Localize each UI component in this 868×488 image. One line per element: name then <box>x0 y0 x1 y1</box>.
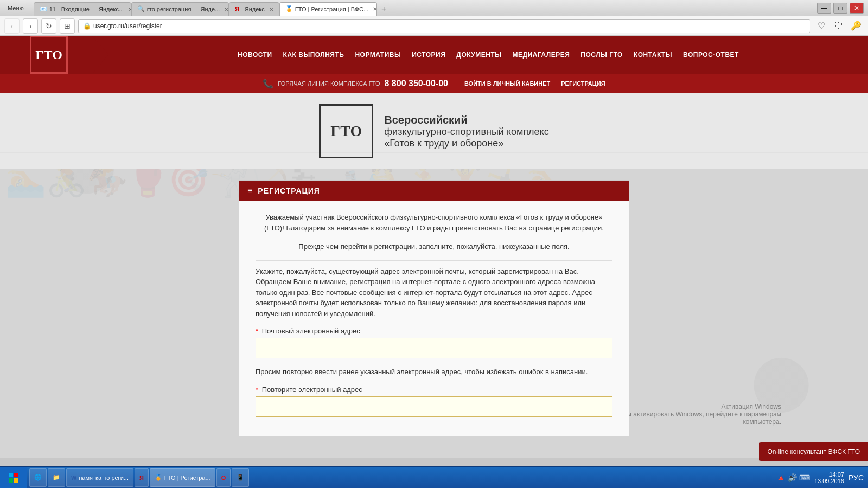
maximize-button[interactable]: □ <box>833 3 847 14</box>
repeat-instruction: Просим повторно ввести ранее указанный э… <box>256 367 612 377</box>
form-body: Уважаемый участник Всероссийского физкул… <box>239 201 629 436</box>
address-box[interactable]: 🔒 user.gto.ru/user/register <box>78 19 810 33</box>
nav-news[interactable]: НОВОСТИ <box>238 51 272 59</box>
tab-4[interactable]: 🏅 ГТО | Регистрация | ВФС... ✕ <box>279 2 377 16</box>
auth-links: ВОЙТИ В ЛИЧНЫЙ КАБИНЕТ РЕГИСТРАЦИЯ <box>464 80 605 87</box>
tab-1[interactable]: 📧 11 - Входящие — Яндекс... ✕ <box>34 2 131 16</box>
start-button[interactable] <box>0 467 27 489</box>
form-header: ≡ РЕГИСТРАЦИЯ <box>239 181 629 201</box>
tab-4-icon: 🏅 <box>285 5 293 13</box>
volume-icon: 🔊 <box>788 473 797 482</box>
new-tab-button[interactable]: + <box>377 2 391 16</box>
repeat-label-text: Повторите электронный адрес <box>262 386 362 394</box>
banner-line2: физкультурно-спортивный комплекс <box>384 126 548 138</box>
gto-tab-icon: 🏅 <box>155 474 162 481</box>
taskbar-opera-button[interactable]: O <box>216 468 231 487</box>
nav-how[interactable]: КАК ВЫПОЛНЯТЬ <box>283 51 344 59</box>
taskbar: 🌐 📁 W памятка по реги... Я 🏅 ГТО | Регис… <box>0 466 868 488</box>
banner-text: Всероссийский физкультурно-спортивный ко… <box>384 114 548 149</box>
home-button[interactable]: ⊞ <box>60 18 75 34</box>
taskbar-word-button[interactable]: W памятка по реги... <box>66 468 133 487</box>
tab-strip: 📧 11 - Входящие — Яндекс... ✕ 🔍 гто реги… <box>34 0 815 16</box>
titlebar: Меню 📧 11 - Входящие — Яндекс... ✕ 🔍 гто… <box>0 0 868 16</box>
phone-label: ГОРЯЧАЯ ЛИНИЯ КОМПЛЕКСА ГТО <box>278 80 380 87</box>
tab-3-close[interactable]: ✕ <box>269 7 273 12</box>
email-instruction: Укажите, пожалуйста, существующий адрес … <box>256 266 612 319</box>
logo-box: ГТО <box>30 36 68 74</box>
nav-documents[interactable]: ДОКУМЕНТЫ <box>456 51 501 59</box>
yandex-icon: Я <box>139 474 144 481</box>
email-input[interactable] <box>256 338 612 358</box>
phone-area: 📞 ГОРЯЧАЯ ЛИНИЯ КОМПЛЕКСА ГТО 8 800 350-… <box>263 79 448 89</box>
taskbar-explorer-button[interactable]: 📁 <box>48 468 65 487</box>
close-button[interactable]: ✕ <box>850 3 864 14</box>
sub-header: 📞 ГОРЯЧАЯ ЛИНИЯ КОМПЛЕКСА ГТО 8 800 350-… <box>0 74 868 93</box>
extension-icon-2[interactable]: 🔑 <box>848 18 864 34</box>
tab-2-icon: 🔍 <box>137 5 145 13</box>
clock-date: 13.09.2016 <box>814 478 844 484</box>
forward-button[interactable]: › <box>23 18 38 34</box>
system-clock[interactable]: 14:07 13.09.2016 <box>814 471 844 484</box>
tab-4-close[interactable]: ✕ <box>373 6 377 12</box>
tab-2-label: гто регистрация — Янде... <box>147 6 220 12</box>
lock-icon: 🔒 <box>83 22 91 30</box>
network-icon: 🔺 <box>776 473 786 482</box>
nav-contacts[interactable]: КОНТАКТЫ <box>634 51 672 59</box>
register-link[interactable]: РЕГИСТРАЦИЯ <box>561 80 605 87</box>
emblem-text: ГТО <box>330 123 362 140</box>
banner-line1: Всероссийский <box>384 114 548 126</box>
taskbar-viber-button[interactable]: 📱 <box>232 468 249 487</box>
logo-area: ГТО <box>0 36 108 74</box>
back-button[interactable]: ‹ <box>4 18 20 34</box>
nav-qa[interactable]: ВОПРОС-ОТВЕТ <box>683 51 739 59</box>
main-navigation: НОВОСТИ КАК ВЫПОЛНЯТЬ НОРМАТИВЫ ИСТОРИЯ … <box>108 36 868 74</box>
opera-icon: O <box>221 474 226 481</box>
svg-rect-3 <box>14 478 18 483</box>
page-content: ГТО НОВОСТИ КАК ВЫПОЛНЯТЬ НОРМАТИВЫ ИСТО… <box>0 36 868 466</box>
email-label-text: Почтовый электронный адрес <box>262 327 360 335</box>
taskbar-gto-button[interactable]: 🏅 ГТО | Регистра... <box>150 468 215 487</box>
tab-4-label: ГТО | Регистрация | ВФС... <box>295 6 368 12</box>
nav-norms[interactable]: НОРМАТИВЫ <box>355 51 401 59</box>
taskbar-right: 🔺 🔊 ⌨ 14:07 13.09.2016 РУС <box>772 467 868 489</box>
phone-icon: 📞 <box>263 79 273 89</box>
banner-line3: «Готов к труду и обороне» <box>384 138 548 149</box>
language-indicator[interactable]: РУС <box>848 473 864 482</box>
form-header-icon: ≡ <box>247 186 252 196</box>
svg-rect-2 <box>9 478 13 483</box>
site-header: ГТО НОВОСТИ КАК ВЫПОЛНЯТЬ НОРМАТИВЫ ИСТО… <box>0 36 868 74</box>
emblem: ГТО <box>319 104 373 158</box>
login-link[interactable]: ВОЙТИ В ЛИЧНЫЙ КАБИНЕТ <box>464 80 550 87</box>
form-header-title: РЕГИСТРАЦИЯ <box>258 187 320 195</box>
tab-1-close[interactable]: ✕ <box>128 7 131 12</box>
browser-window: Меню 📧 11 - Входящие — Яндекс... ✕ 🔍 гто… <box>0 0 868 466</box>
tab-2[interactable]: 🔍 гто регистрация — Янде... ✕ <box>131 2 229 16</box>
tab-2-close[interactable]: ✕ <box>224 7 228 12</box>
phone-number: 8 800 350-00-00 <box>385 79 448 88</box>
tab-1-icon: 📧 <box>40 5 47 13</box>
repeat-email-input[interactable] <box>256 396 612 417</box>
minimize-button[interactable]: — <box>817 3 831 14</box>
repeat-required-star: * <box>256 386 258 394</box>
repeat-email-label: * Повторите электронный адрес <box>256 386 612 394</box>
online-chat-button[interactable]: On-line консультант ВФСК ГТО <box>759 442 868 461</box>
tab-3[interactable]: Я Яндекс ✕ <box>229 2 279 16</box>
favorites-icon[interactable]: ♡ <box>814 18 829 34</box>
refresh-button[interactable]: ↻ <box>41 18 56 34</box>
nav-ambassadors[interactable]: ПОСЛЫ ГТО <box>580 51 623 59</box>
explorer-icon: 📁 <box>53 474 60 481</box>
nav-history[interactable]: ИСТОРИЯ <box>412 51 445 59</box>
address-text: user.gto.ru/user/register <box>93 22 162 30</box>
menu-button[interactable]: Меню <box>4 4 27 12</box>
email-label: * Почтовый электронный адрес <box>256 327 612 335</box>
taskbar-yandex-button[interactable]: Я <box>135 468 149 487</box>
address-bar: ‹ › ↻ ⊞ 🔒 user.gto.ru/user/register ♡ 🛡 … <box>0 16 868 36</box>
word-icon: W <box>71 474 76 481</box>
window-controls: — □ ✕ <box>817 3 864 14</box>
nav-media[interactable]: МЕДИАГАЛЕРЕЯ <box>513 51 570 59</box>
toolbar-icons: ♡ 🛡 🔑 <box>814 18 864 34</box>
tab-3-icon: Я <box>235 5 242 13</box>
taskbar-ie-button[interactable]: 🌐 <box>29 468 47 487</box>
clock-time: 14:07 <box>814 471 844 478</box>
extension-icon-1[interactable]: 🛡 <box>831 18 846 34</box>
